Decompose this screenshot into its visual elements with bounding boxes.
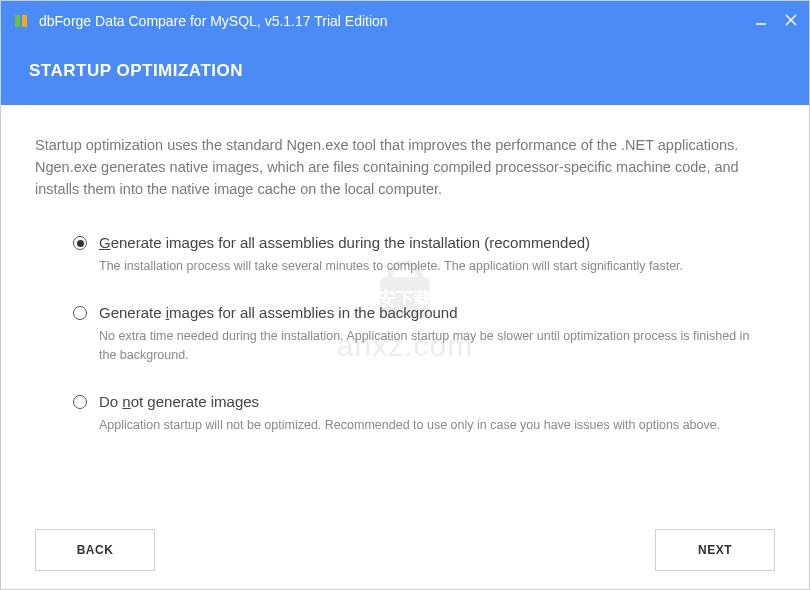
option-generate-background[interactable]: Generate images for all assemblies in th… [99,304,755,365]
option-generate-during-install[interactable]: Generate images for all assemblies durin… [99,234,755,276]
page-header: STARTUP OPTIMIZATION [1,41,809,105]
option-label[interactable]: Do not generate images [99,393,755,410]
options-group: Generate images for all assemblies durin… [35,234,775,434]
option-label[interactable]: Generate images for all assemblies durin… [99,234,755,251]
installer-window: dbForge Data Compare for MySQL, v5.1.17 … [0,0,810,590]
option-label[interactable]: Generate images for all assemblies in th… [99,304,755,321]
titlebar: dbForge Data Compare for MySQL, v5.1.17 … [1,1,809,41]
intro-text: Startup optimization uses the standard N… [35,135,775,200]
radio-icon[interactable] [73,306,87,320]
option-do-not-generate[interactable]: Do not generate images Application start… [99,393,755,435]
option-description: Application startup will not be optimize… [99,416,755,435]
svg-rect-1 [22,15,27,27]
close-icon[interactable] [785,12,797,30]
page-title: STARTUP OPTIMIZATION [29,61,781,81]
next-button[interactable]: NEXT [655,529,775,571]
minimize-icon[interactable] [755,12,767,30]
radio-icon[interactable] [73,395,87,409]
option-description: No extra time needed during the installa… [99,327,755,365]
content-area: Startup optimization uses the standard N… [1,105,809,434]
svg-rect-0 [15,15,20,27]
back-button[interactable]: BACK [35,529,155,571]
window-title: dbForge Data Compare for MySQL, v5.1.17 … [39,13,755,29]
option-description: The installation process will take sever… [99,257,755,276]
radio-icon[interactable] [73,236,87,250]
app-icon [13,13,29,29]
window-controls [755,12,797,30]
footer: BACK NEXT [1,529,809,571]
